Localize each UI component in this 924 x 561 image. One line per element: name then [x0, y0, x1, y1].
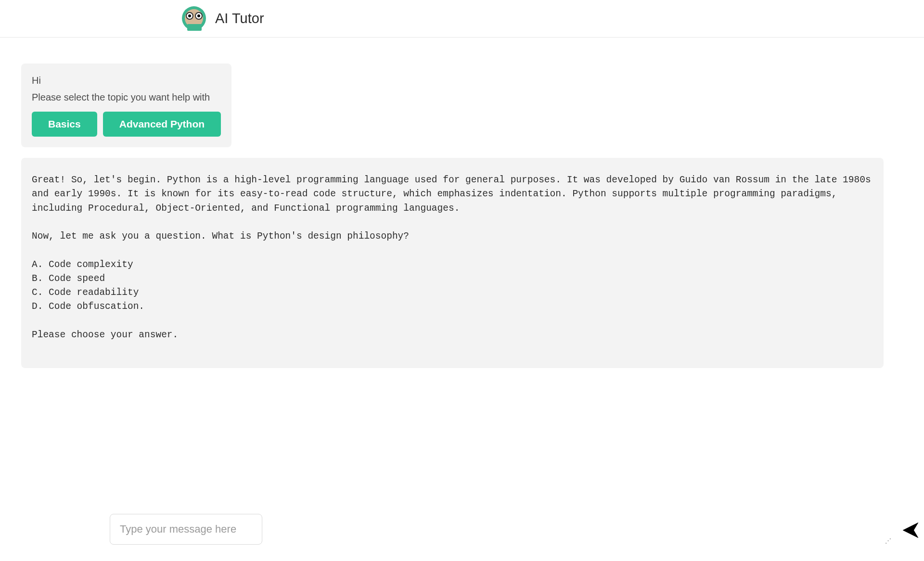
- message-input[interactable]: [110, 514, 262, 545]
- greeting-message: Hi Please select the topic you want help…: [21, 64, 231, 147]
- advanced-python-button[interactable]: Advanced Python: [103, 112, 221, 137]
- greeting-hi: Hi: [32, 75, 221, 86]
- app-title: AI Tutor: [215, 11, 264, 26]
- send-button[interactable]: [901, 521, 920, 540]
- input-wrapper: ⋰: [110, 514, 894, 547]
- ai-response-message: Great! So, let's begin. Python is a high…: [21, 158, 884, 368]
- resize-handle-icon: ⋰: [885, 537, 891, 544]
- chat-area: Hi Please select the topic you want help…: [0, 38, 924, 368]
- basics-button[interactable]: Basics: [32, 112, 97, 137]
- owl-logo-icon: [181, 5, 207, 32]
- header: AI Tutor: [0, 0, 924, 38]
- send-icon: [903, 523, 918, 538]
- greeting-select-prompt: Please select the topic you want help wi…: [32, 92, 221, 103]
- topic-buttons: Basics Advanced Python: [32, 112, 221, 137]
- input-bar: ⋰: [110, 514, 920, 547]
